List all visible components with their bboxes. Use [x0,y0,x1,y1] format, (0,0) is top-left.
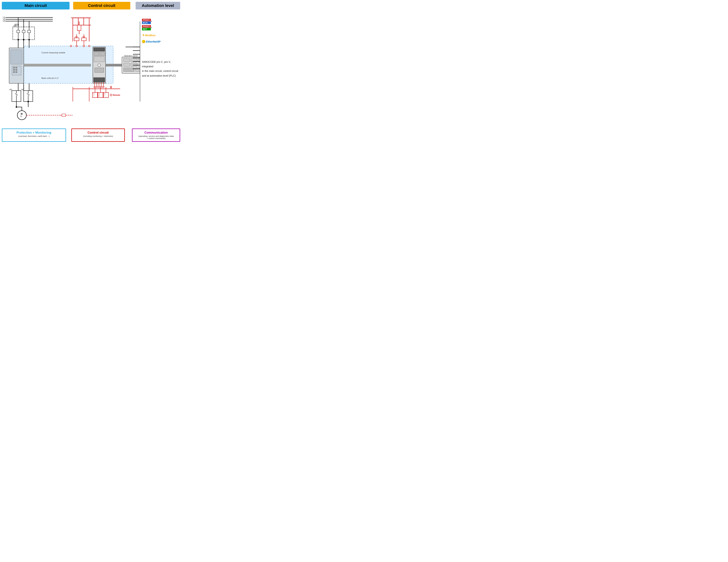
profibus-logo: PROFI BUS ® [142,19,182,24]
svg-rect-105 [94,78,105,82]
svg-text:-Q1: -Q1 [13,25,16,27]
svg-rect-83 [74,38,79,41]
svg-line-44 [15,94,18,95]
svg-rect-119 [123,68,134,72]
svg-point-91 [83,45,85,47]
svg-text:Basic units pro C,V: Basic units pro C,V [41,77,59,79]
svg-point-142 [110,94,112,96]
svg-rect-95 [94,48,105,51]
svg-text:L3: L3 [3,20,5,22]
main-circuit-title: Main circuit [25,3,47,8]
svg-text:-K1: -K1 [75,36,78,38]
main-circuit-banner: Main circuit [2,2,70,9]
description-text: SIMOCODE pro C, pro V, integrated in the… [142,60,182,78]
bottom-control-box: Control circuit (including monitoring + … [71,128,125,142]
bottom-row: Protection + Monitoring (overload, therm… [2,128,180,142]
svg-rect-32 [15,69,17,71]
control-circuit-title: Control circuit [88,3,115,8]
svg-text:E: E [104,93,105,95]
svg-rect-120 [135,68,140,72]
svg-rect-116 [123,63,130,67]
svg-text:Operator panel: Operator panel [124,55,137,57]
svg-rect-34 [15,71,17,73]
svg-text:E: E [99,93,100,95]
svg-text:-K1: -K1 [9,88,12,91]
modbus-logo: ✦ Modbus [142,33,182,37]
modbus-label: Modbus [145,34,156,37]
header-row: Main circuit Control circuit Automation … [2,2,180,9]
svg-rect-16 [22,30,25,33]
svg-point-129 [98,86,100,88]
protection-title: Protection + Monitoring [4,131,64,134]
protection-sub: (overload, thermistor, earth-fault ...) [4,135,64,137]
svg-rect-104 [95,68,104,72]
svg-rect-79 [77,25,81,31]
desc-line2: in the main circuit, control circuit [142,69,182,73]
svg-point-64 [28,39,30,40]
svg-rect-20 [28,30,31,33]
svg-text:E: E [93,93,94,95]
svg-point-128 [96,86,98,88]
diagram-container: PROFI BUS ® PROFI NET ® ✦ Modbus EtherNe… [2,11,182,127]
svg-rect-27 [11,50,22,64]
comm-title: Communication [134,131,178,134]
circuit-diagram: L1 L2 L3 -Q1 [2,11,140,127]
protocol-area: PROFI BUS ® PROFI NET ® ✦ Modbus EtherNe… [142,19,182,45]
svg-rect-31 [13,69,15,71]
svg-rect-12 [17,30,20,33]
desc-line1: SIMOCODE pro C, pro V, integrated [142,60,182,69]
svg-text:-K2: -K2 [82,36,85,38]
svg-line-49 [27,94,30,95]
ethernet-label: EtherNet/IP [146,40,161,43]
svg-text:3~: 3~ [20,115,23,117]
svg-point-92 [70,45,72,47]
svg-point-65 [16,106,17,108]
svg-point-62 [17,39,19,40]
automation-level-banner: Automation level [136,2,180,9]
svg-point-63 [23,39,24,40]
profinet-logo: PROFI NET ® [142,25,182,30]
svg-point-93 [88,45,90,47]
svg-text:Current measuring module: Current measuring module [41,52,65,54]
svg-rect-100 [94,52,99,56]
svg-rect-117 [131,63,137,67]
svg-rect-29 [13,67,15,68]
svg-rect-101 [100,52,105,56]
svg-text:-K2: -K2 [21,88,24,91]
bottom-protection-box: Protection + Monitoring (overload, therm… [2,128,66,142]
comm-sub: (operating, service and diagnostics data… [134,135,178,139]
svg-text:0: 0 [99,95,100,97]
svg-point-66 [27,101,29,102]
control-circuit-banner: Control circuit [73,2,130,9]
svg-text:M: M [21,113,23,115]
svg-point-130 [100,86,102,88]
svg-rect-30 [15,67,17,68]
ethernet-logo: EtherNet/IP [142,40,182,43]
control-title: Control circuit [73,131,123,134]
svg-text:Remote: Remote [113,94,120,96]
page: Main circuit Control circuit Automation … [0,0,182,144]
svg-point-90 [76,45,77,47]
automation-level-title: Automation level [142,3,174,8]
desc-line3: and at automation level (PLC) [142,74,182,78]
svg-rect-59 [62,114,66,116]
bottom-comm-box: Communication (operating, service and di… [132,128,180,142]
svg-text:>: > [104,95,105,97]
svg-rect-118 [138,63,140,67]
svg-point-55 [17,111,26,120]
control-sub: (including monitoring + interlocks) [73,135,123,137]
svg-text:<: < [93,95,94,97]
svg-point-131 [103,86,104,88]
svg-rect-85 [82,38,86,41]
svg-rect-113 [123,58,130,62]
svg-rect-102 [94,56,104,62]
svg-point-103 [98,64,101,67]
svg-rect-33 [13,71,15,73]
